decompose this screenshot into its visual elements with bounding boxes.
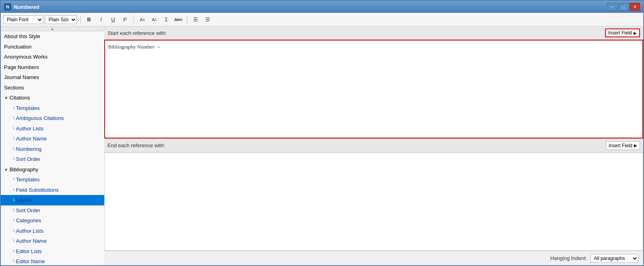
plain-button[interactable]: P	[120, 15, 130, 24]
sidebar-item-about-label: About this Style	[4, 33, 40, 39]
connector: └	[12, 188, 15, 193]
sidebar-item-numbering-label: Numbering	[16, 146, 42, 152]
connector: └	[12, 229, 15, 234]
hanging-indent-label: Hanging Indent:	[550, 255, 587, 261]
start-section-label: Start each reference with:	[107, 30, 167, 36]
toolbar-separator-1	[80, 16, 81, 24]
connector: └	[12, 208, 15, 213]
sidebar-item-citations-label: Citations	[10, 95, 30, 101]
sidebar-item-bibliography[interactable]: ▼Bibliography	[1, 164, 104, 175]
sidebar-item-categories-label: Categories	[16, 217, 41, 223]
connector: └	[12, 177, 15, 182]
align-justify-button[interactable]: ☰	[203, 15, 213, 24]
sidebar-wrapper: ▲ About this Style Punctuation Anonymous…	[1, 26, 104, 265]
bibliography-collapse-icon: ▼	[4, 167, 9, 173]
sidebar-item-sort-order-bib[interactable]: └Sort Order	[1, 205, 104, 216]
sidebar-item-author-name-cit[interactable]: └Author Name	[1, 134, 104, 144]
main-window: N Numbered ─ □ ✕ Plain Font Plain Size B…	[0, 0, 644, 266]
toolbar: Plain Font Plain Size B I U P A1 A1 Σ AB…	[1, 13, 643, 26]
sidebar-item-author-name-bib-label: Author Name	[16, 238, 47, 244]
bottom-bar: Hanging Indent: All paragraphs No paragr…	[104, 251, 643, 265]
sidebar-item-author-lists-cit[interactable]: └Author Lists	[1, 124, 104, 134]
sidebar-item-journal-names[interactable]: Journal Names	[1, 72, 104, 83]
bold-button[interactable]: B	[84, 15, 94, 24]
connector: └	[12, 116, 15, 121]
connector: └	[12, 249, 15, 254]
sidebar-item-author-lists-bib[interactable]: └Author Lists	[1, 226, 104, 236]
subscript-button[interactable]: A1	[149, 15, 160, 24]
sidebar-item-ambiguous-citations-label: Ambiguous Citations	[16, 115, 64, 121]
sidebar-item-ambiguous-citations[interactable]: └Ambiguous Citations	[1, 113, 104, 124]
end-insert-field-arrow: ▶	[634, 143, 637, 148]
toolbar-separator-3	[187, 16, 187, 24]
sidebar-item-about[interactable]: About this Style	[1, 31, 104, 42]
end-section: End each reference with: Insert Field ▶	[104, 139, 643, 251]
sidebar-item-sections-label: Sections	[4, 85, 24, 91]
end-section-label: End each reference with:	[107, 142, 165, 148]
content-area: ▲ About this Style Punctuation Anonymous…	[1, 26, 643, 265]
connector: └	[12, 218, 15, 223]
sidebar-item-editor-lists-label: Editor Lists	[16, 248, 42, 254]
sidebar-item-punctuation[interactable]: Punctuation	[1, 42, 104, 52]
sidebar-item-page-numbers[interactable]: Page Numbers	[1, 62, 104, 73]
end-insert-field-button[interactable]: Insert Field ▶	[606, 141, 640, 150]
sidebar-item-bib-templates[interactable]: └Templates	[1, 175, 104, 185]
sidebar-item-anonymous[interactable]: Anonymous Works	[1, 52, 104, 62]
start-insert-field-button[interactable]: Insert Field ▶	[605, 28, 640, 37]
sidebar-item-author-name-cit-label: Author Name	[16, 136, 47, 142]
sidebar-item-sort-order-bib-label: Sort Order	[16, 207, 41, 213]
sidebar-item-citations[interactable]: ▼Citations	[1, 93, 104, 103]
underline-button[interactable]: U	[108, 15, 118, 24]
end-insert-field-label: Insert Field	[609, 143, 632, 148]
sidebar-item-field-substitutions[interactable]: └Field Substitutions	[1, 185, 104, 195]
connector: └	[12, 198, 15, 203]
start-editor[interactable]: Bibliography Number·→	[104, 40, 643, 138]
sidebar-item-numbering[interactable]: └Numbering	[1, 144, 104, 154]
connector: └	[12, 106, 15, 111]
maximize-button[interactable]: □	[618, 3, 629, 11]
sidebar-item-bib-templates-label: Templates	[16, 177, 40, 183]
hanging-indent-select[interactable]: All paragraphs No paragraphs First parag…	[590, 254, 638, 263]
sidebar-item-templates-cit[interactable]: └Templates	[1, 103, 104, 114]
window-title: Numbered	[14, 4, 607, 10]
abc-button[interactable]: ABC	[173, 15, 184, 24]
sidebar-item-page-numbers-label: Page Numbers	[4, 64, 39, 70]
end-editor[interactable]	[104, 152, 643, 251]
sidebar-item-editor-lists[interactable]: └Editor Lists	[1, 246, 104, 257]
connector: └	[12, 259, 15, 264]
sidebar-scroll-up[interactable]: ▲	[1, 26, 104, 31]
citations-collapse-icon: ▼	[4, 95, 9, 102]
sidebar-item-author-name-bib[interactable]: └Author Name	[1, 236, 104, 246]
sidebar-item-sections[interactable]: Sections	[1, 83, 104, 93]
connector: └	[12, 239, 15, 244]
sidebar-item-layout-label: Layout	[16, 197, 32, 203]
minimize-button[interactable]: ─	[607, 3, 618, 11]
close-button[interactable]: ✕	[630, 3, 640, 11]
sidebar: About this Style Punctuation Anonymous W…	[1, 31, 104, 265]
sigma-button[interactable]: Σ	[161, 15, 172, 24]
window-controls: ─ □ ✕	[607, 3, 640, 11]
title-bar: N Numbered ─ □ ✕	[1, 1, 643, 13]
sidebar-item-field-substitutions-label: Field Substitutions	[16, 187, 59, 193]
sidebar-item-sort-order-cit[interactable]: └Sort Order	[1, 154, 104, 164]
sidebar-item-templates-cit-label: Templates	[16, 105, 40, 111]
sidebar-item-editor-name-label: Editor Name	[16, 258, 45, 264]
align-left-button[interactable]: ☰	[190, 15, 201, 24]
italic-button[interactable]: I	[96, 15, 106, 24]
connector: └	[12, 157, 15, 162]
toolbar-separator-2	[134, 16, 134, 24]
main-panel: Start each reference with: Insert Field …	[104, 26, 643, 265]
size-select[interactable]: Plain Size	[45, 15, 77, 24]
superscript-button[interactable]: A1	[137, 15, 148, 24]
sidebar-item-sort-order-cit-label: Sort Order	[16, 156, 41, 162]
font-select[interactable]: Plain Font	[3, 15, 43, 24]
connector: └	[12, 136, 15, 141]
connector: └	[12, 126, 15, 131]
end-section-header: End each reference with: Insert Field ▶	[104, 139, 643, 152]
connector: └	[12, 147, 15, 152]
sidebar-item-layout[interactable]: └Layout	[1, 195, 104, 205]
sidebar-item-editor-name[interactable]: └Editor Name	[1, 256, 104, 265]
sidebar-item-categories[interactable]: └Categories	[1, 215, 104, 226]
sidebar-item-bibliography-label: Bibliography	[10, 167, 38, 173]
app-icon: N	[4, 3, 11, 10]
